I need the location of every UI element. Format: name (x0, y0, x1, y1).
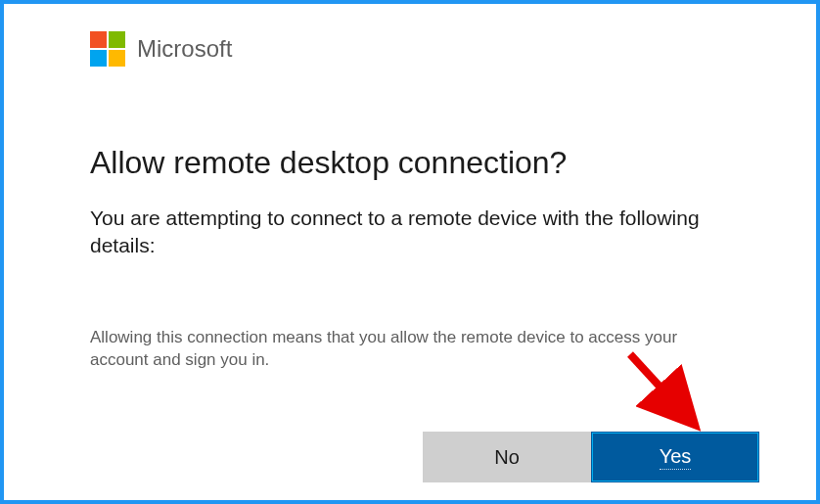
dialog-content: Microsoft Allow remote desktop connectio… (4, 4, 816, 372)
yes-button-label: Yes (660, 445, 692, 470)
no-button-label: No (494, 446, 520, 469)
dialog-title: Allow remote desktop connection? (90, 145, 738, 181)
button-row: No Yes (423, 432, 759, 482)
microsoft-logo-icon (90, 31, 125, 67)
dialog-subtitle: You are attempting to connect to a remot… (90, 205, 716, 260)
no-button[interactable]: No (423, 432, 591, 482)
yes-button[interactable]: Yes (591, 432, 759, 482)
dialog-note: Allowing this connection means that you … (90, 327, 697, 372)
brand-name: Microsoft (137, 35, 232, 63)
brand-row: Microsoft (90, 31, 738, 67)
